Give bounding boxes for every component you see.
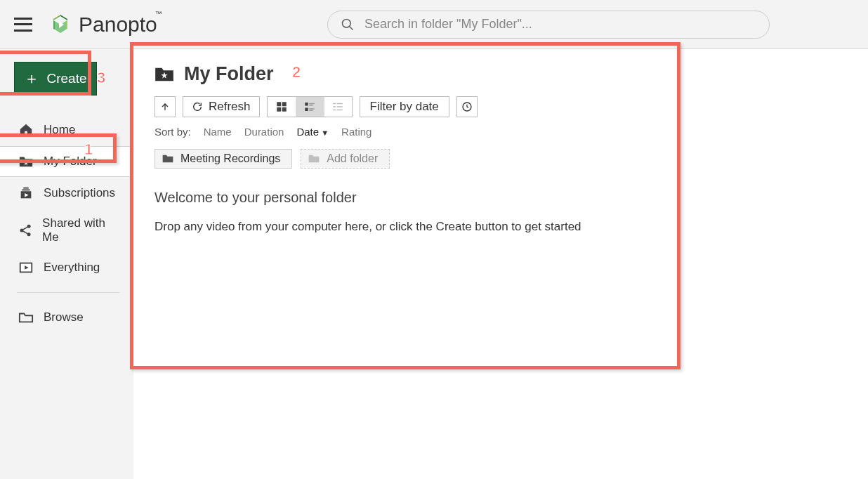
play-rect-icon <box>18 260 34 275</box>
brand-logo-block[interactable]: Panopto™ <box>49 13 164 37</box>
create-button[interactable]: ＋ Create <box>14 62 97 96</box>
sort-duration[interactable]: Duration <box>244 126 284 138</box>
svg-rect-23 <box>305 108 308 112</box>
folder-plus-icon <box>308 154 320 164</box>
svg-point-9 <box>27 225 31 228</box>
svg-rect-21 <box>309 103 315 105</box>
sidebar-item-label: Shared with Me <box>42 216 118 244</box>
svg-point-10 <box>27 232 31 236</box>
svg-rect-17 <box>282 102 286 106</box>
view-mode-group <box>267 96 353 117</box>
sidebar-item-subscriptions[interactable]: Subscriptions <box>13 178 124 208</box>
svg-rect-5 <box>22 190 30 191</box>
svg-rect-26 <box>333 103 336 105</box>
svg-line-2 <box>350 26 353 29</box>
refresh-label: Refresh <box>209 100 251 114</box>
filter-label: Filter by date <box>370 100 439 114</box>
svg-rect-6 <box>23 188 28 189</box>
clock-button[interactable] <box>456 96 478 117</box>
refresh-icon <box>192 101 203 112</box>
svg-rect-16 <box>277 102 281 106</box>
sidebar-item-home[interactable]: Home <box>13 115 124 145</box>
sort-bar: Sort by: Name Duration Date Rating <box>154 126 847 138</box>
svg-rect-24 <box>309 108 315 110</box>
folder-title-icon <box>154 66 174 83</box>
app-header: Panopto™ <box>0 0 868 49</box>
svg-rect-30 <box>333 110 336 111</box>
folder-star-icon <box>18 154 34 169</box>
subfolder-row: Meeting Recordings Add folder <box>154 149 847 169</box>
upload-button[interactable] <box>154 96 176 117</box>
sort-rating[interactable]: Rating <box>341 126 371 138</box>
search-input[interactable] <box>364 17 756 32</box>
clock-icon <box>461 101 473 112</box>
main-content: 2 My Folder Refresh <box>133 49 868 479</box>
svg-rect-28 <box>333 106 336 107</box>
grid-icon <box>275 100 288 113</box>
refresh-button[interactable]: Refresh <box>183 96 260 117</box>
content-toolbar: Refresh Filter by date <box>154 96 847 117</box>
sort-date[interactable]: Date <box>296 126 329 138</box>
folder-outline-icon <box>18 310 34 325</box>
annotation-2: 2 <box>292 63 301 81</box>
view-list-button[interactable] <box>296 97 324 117</box>
view-compact-button[interactable] <box>324 97 352 117</box>
svg-line-12 <box>23 231 27 233</box>
annotation-1: 1 <box>84 140 93 159</box>
lines-icon <box>331 100 344 113</box>
annotation-3: 3 <box>97 69 105 87</box>
share-icon <box>18 223 32 238</box>
svg-point-8 <box>20 228 24 232</box>
subfolder-label: Meeting Recordings <box>180 152 280 165</box>
welcome-title: Welcome to your personal folder <box>154 190 847 206</box>
sidebar-item-label: Home <box>44 123 75 137</box>
search-icon <box>341 18 355 32</box>
sort-name[interactable]: Name <box>204 126 232 138</box>
sidebar-item-browse[interactable]: Browse <box>13 303 124 332</box>
menu-toggle-icon[interactable] <box>14 18 32 32</box>
arrow-up-icon <box>159 101 171 112</box>
subscriptions-icon <box>18 185 34 201</box>
sidebar-item-label: Everything <box>44 261 100 275</box>
svg-rect-22 <box>309 105 313 106</box>
add-folder-label: Add folder <box>327 152 378 165</box>
panopto-logo-icon <box>49 13 72 36</box>
search-input-wrap[interactable] <box>327 11 770 39</box>
svg-rect-31 <box>337 110 343 111</box>
list-detail-icon <box>303 100 316 113</box>
sidebar-item-everything[interactable]: Everything <box>13 253 124 282</box>
sort-label: Sort by: <box>154 126 191 138</box>
welcome-subtitle: Drop any video from your computer here, … <box>154 220 847 234</box>
subfolder-meeting-recordings[interactable]: Meeting Recordings <box>154 149 292 169</box>
sidebar-item-my-folder[interactable]: My Folder <box>0 146 133 177</box>
svg-point-1 <box>343 19 351 27</box>
svg-rect-20 <box>305 103 308 106</box>
sidebar-item-label: Subscriptions <box>44 186 115 200</box>
sidebar-item-shared[interactable]: Shared with Me <box>13 209 124 251</box>
svg-rect-25 <box>309 110 313 112</box>
svg-line-11 <box>23 227 27 229</box>
folder-icon <box>162 154 173 164</box>
svg-rect-27 <box>337 103 343 105</box>
filter-date-button[interactable]: Filter by date <box>360 96 449 117</box>
svg-rect-19 <box>282 107 286 112</box>
page-title: My Folder <box>184 63 274 85</box>
home-icon <box>18 122 34 138</box>
brand-name: Panopto™ <box>79 13 164 37</box>
view-grid-button[interactable] <box>268 97 296 117</box>
sidebar-item-label: Browse <box>44 310 84 324</box>
svg-rect-29 <box>337 106 343 107</box>
left-sidebar: 3 1 ＋ Create Home My Folder Subscription… <box>0 49 133 479</box>
create-button-label: Create <box>46 71 86 86</box>
add-folder-button[interactable]: Add folder <box>301 149 390 169</box>
svg-rect-18 <box>277 107 281 112</box>
